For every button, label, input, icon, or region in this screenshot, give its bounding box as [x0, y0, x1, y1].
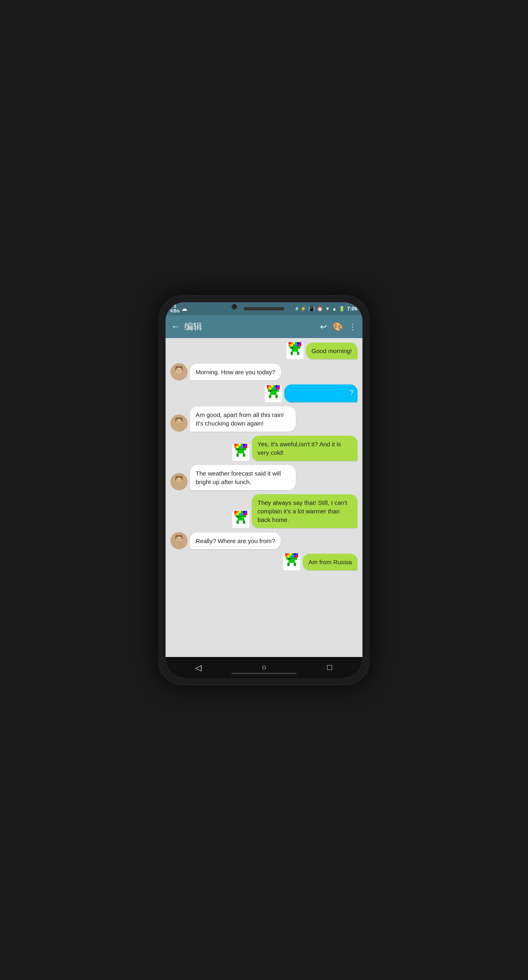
message-row: They always say that! Still, I can't com… — [170, 494, 358, 528]
svg-rect-82 — [236, 515, 246, 517]
svg-rect-24 — [267, 385, 269, 387]
svg-rect-3 — [295, 342, 297, 344]
svg-point-23 — [180, 370, 181, 371]
svg-rect-5 — [299, 342, 301, 344]
avatar-image — [170, 363, 188, 380]
svg-rect-52 — [245, 444, 247, 446]
app-screen: 0KB/s ☁ # ⚡ 📳 ⏰ ▼ ▲ 🔋 7:09 ← 编辑 — [166, 302, 362, 678]
svg-rect-40 — [270, 391, 271, 392]
sent-avatar — [283, 553, 300, 570]
svg-rect-26 — [271, 385, 273, 387]
svg-rect-98 — [296, 553, 298, 555]
svg-point-68 — [180, 480, 181, 480]
svg-rect-10 — [297, 344, 299, 346]
svg-rect-27 — [273, 385, 275, 387]
svg-rect-108 — [294, 563, 296, 566]
svg-point-67 — [177, 480, 178, 480]
svg-rect-76 — [234, 513, 236, 515]
hash-icon: # — [296, 306, 299, 312]
svg-rect-49 — [239, 444, 241, 446]
svg-rect-25 — [269, 385, 271, 387]
svg-rect-29 — [278, 385, 280, 387]
svg-rect-13 — [292, 348, 298, 351]
message-row: Yes, it's aweful,isn't it? And it is ver… — [170, 436, 358, 461]
message-row: Am good, apart from all this rain! It's … — [170, 406, 358, 432]
svg-point-90 — [177, 539, 178, 539]
svg-rect-30 — [267, 387, 269, 389]
network-speed: 0KB/s — [170, 304, 180, 313]
battery-icon: 🔋 — [339, 306, 345, 312]
phone-bottom-bar — [231, 673, 297, 674]
svg-rect-14 — [290, 351, 292, 355]
received-avatar — [170, 473, 188, 490]
bottom-navigation: ◁ ○ □ — [166, 657, 362, 678]
svg-rect-94 — [288, 553, 290, 555]
back-nav-button[interactable]: ◁ — [188, 660, 209, 675]
svg-rect-96 — [292, 553, 294, 555]
app-bar-actions: ↩ 🎨 ⋮ — [320, 322, 357, 332]
svg-rect-59 — [236, 448, 246, 450]
svg-rect-55 — [239, 446, 241, 448]
svg-rect-61 — [237, 453, 239, 456]
svg-rect-34 — [275, 387, 277, 389]
svg-rect-35 — [278, 387, 280, 389]
svg-rect-56 — [241, 446, 243, 448]
svg-rect-48 — [237, 444, 239, 446]
svg-point-46 — [174, 423, 184, 429]
svg-rect-7 — [290, 344, 292, 346]
svg-point-45 — [180, 421, 181, 422]
sent-avatar — [232, 444, 249, 461]
time-display: 7:09 — [347, 306, 358, 312]
message-bubble-partial: Am from Russia — [303, 554, 358, 570]
svg-point-44 — [177, 421, 178, 422]
svg-rect-86 — [238, 516, 239, 517]
app-title: 编辑 — [184, 321, 320, 333]
svg-rect-79 — [241, 513, 243, 515]
message-row: Good morning! — [170, 342, 358, 359]
svg-rect-47 — [234, 444, 236, 446]
more-button[interactable]: ⋮ — [349, 322, 357, 332]
svg-rect-2 — [293, 342, 295, 344]
svg-rect-38 — [269, 395, 271, 398]
svg-rect-36 — [268, 389, 279, 391]
received-avatar — [170, 532, 188, 549]
message-row: Morning. How are you today? — [170, 363, 358, 380]
palette-button[interactable]: 🎨 — [333, 322, 343, 332]
message-bubble: Am good, apart from all this rain! It's … — [190, 406, 296, 432]
svg-rect-32 — [271, 387, 273, 389]
avatar-image — [170, 415, 188, 432]
svg-point-21 — [176, 368, 182, 373]
svg-rect-53 — [234, 446, 236, 448]
svg-rect-8 — [293, 344, 295, 346]
svg-rect-74 — [243, 511, 245, 513]
svg-rect-62 — [243, 453, 245, 456]
svg-rect-103 — [294, 555, 296, 557]
avatar-image — [170, 473, 188, 490]
undo-button[interactable]: ↩ — [320, 322, 327, 332]
app-bar: ← 编辑 ↩ 🎨 ⋮ — [166, 315, 362, 338]
svg-rect-12 — [290, 346, 300, 348]
message-bubble-highlighted: ? — [284, 384, 358, 402]
svg-rect-9 — [295, 344, 297, 346]
svg-rect-72 — [239, 511, 241, 513]
back-button[interactable]: ← — [171, 321, 180, 332]
svg-rect-39 — [275, 395, 277, 398]
svg-rect-84 — [237, 520, 239, 524]
chat-area: Good morning! — [166, 338, 362, 657]
svg-rect-73 — [241, 511, 243, 513]
svg-rect-105 — [286, 557, 297, 559]
alarm-icon: ⏰ — [317, 306, 323, 312]
svg-rect-107 — [288, 563, 290, 566]
svg-point-91 — [180, 539, 181, 539]
svg-rect-0 — [288, 342, 290, 344]
message-row: Am from Russia — [170, 553, 358, 570]
svg-rect-75 — [245, 511, 247, 513]
status-left: 0KB/s ☁ — [170, 304, 187, 313]
message-bubble: The weather forecast said it will bright… — [190, 465, 296, 490]
recent-nav-button[interactable]: □ — [319, 660, 340, 675]
svg-rect-80 — [243, 513, 245, 515]
wifi-icon: ▼ — [325, 306, 330, 312]
svg-rect-83 — [238, 517, 244, 520]
avatar-image — [170, 532, 188, 549]
svg-rect-31 — [269, 387, 271, 389]
